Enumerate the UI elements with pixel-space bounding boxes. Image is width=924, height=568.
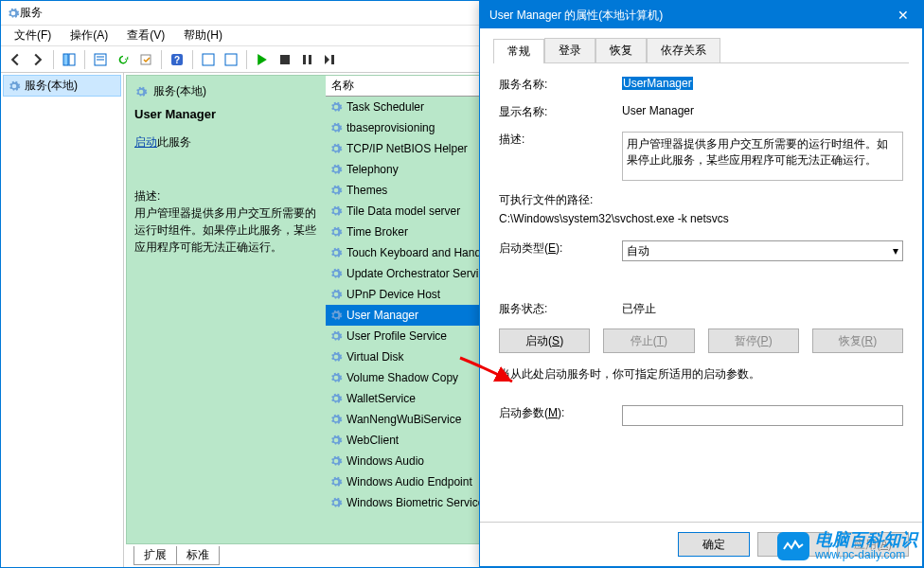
service-detail-panel: 服务(本地) User Manager 启动此服务 描述: 用户管理器提供多用户…	[127, 76, 326, 543]
svg-rect-1	[69, 54, 75, 65]
service-item-label: Windows Audio Endpoint	[346, 475, 472, 488]
help-button[interactable]: ?	[167, 49, 187, 70]
close-button[interactable]: ✕	[884, 2, 922, 28]
dialog-title: User Manager 的属性(本地计算机)	[489, 8, 663, 24]
service-item-label: Tile Data model server	[346, 204, 460, 218]
svg-rect-0	[63, 54, 68, 65]
startup-type-select[interactable]: 自动 ▾	[622, 240, 903, 261]
label-startup-type: 启动类型(E):	[499, 240, 622, 257]
svg-rect-12	[309, 55, 311, 64]
service-item-label: Telephony	[346, 163, 399, 176]
service-item-label: Update Orchestrator Service	[346, 267, 490, 280]
service-item-label: tbaseprovisioning	[346, 121, 435, 134]
label-service-status: 服务状态:	[499, 301, 622, 317]
label-description: 描述:	[499, 132, 622, 148]
services-icon	[7, 7, 20, 20]
window-title: 服务	[20, 5, 43, 21]
toolbar-separator	[84, 50, 85, 69]
stop-button: 停止(T)	[603, 328, 694, 353]
description-label: 描述:	[134, 188, 318, 204]
properties-button[interactable]	[90, 49, 111, 70]
tab-standard[interactable]: 标准	[176, 546, 220, 565]
export-button[interactable]	[135, 49, 156, 70]
service-item-label: TCP/IP NetBIOS Helper	[346, 142, 468, 155]
toolbar-separator	[53, 50, 54, 69]
start-params-hint: 当从此处启动服务时，你可指定所适用的启动参数。	[499, 366, 903, 382]
service-item-label: Volume Shadow Copy	[346, 371, 458, 384]
apply-button: 应用(A)	[837, 532, 909, 557]
tree-node-label: 服务(本地)	[25, 78, 78, 94]
startup-type-value: 自动	[627, 243, 649, 259]
properties-dialog: User Manager 的属性(本地计算机) ✕ 常规 登录 恢复 依存关系 …	[479, 1, 923, 567]
value-service-status: 已停止	[622, 301, 903, 317]
detail-heading: 服务(本地)	[153, 83, 206, 99]
toolbar-separator	[246, 50, 247, 69]
show-hide-tree-button[interactable]	[59, 49, 80, 70]
toolbar-separator	[161, 50, 162, 69]
menu-view[interactable]: 查看(V)	[119, 26, 172, 45]
toolbar-separator	[192, 50, 193, 69]
start-service-link[interactable]: 启动	[134, 135, 157, 149]
label-display-name: 显示名称:	[499, 104, 622, 120]
cancel-button[interactable]: 取消	[757, 532, 829, 557]
start-service-button[interactable]	[252, 49, 273, 70]
start-params-input[interactable]	[622, 405, 903, 426]
service-item-label: Windows Biometric Service	[346, 496, 484, 509]
service-item-label: WebClient	[346, 434, 399, 447]
tab-logon[interactable]: 登录	[544, 38, 595, 62]
back-button[interactable]	[5, 49, 26, 70]
menu-help[interactable]: 帮助(H)	[176, 26, 230, 45]
ok-button[interactable]: 确定	[678, 532, 750, 557]
service-item-label: WalletService	[346, 392, 416, 405]
restart-service-button[interactable]	[320, 49, 341, 70]
chevron-down-icon: ▾	[893, 244, 898, 257]
service-item-label: WanNengWuBiService	[346, 413, 461, 426]
start-button[interactable]: 启动(S)	[499, 328, 590, 353]
start-service-link-suffix: 此服务	[157, 135, 191, 149]
value-exe-path: C:\Windows\system32\svchost.exe -k netsv…	[499, 212, 903, 225]
tree-node-services-local[interactable]: 服务(本地)	[3, 75, 121, 97]
tab-recovery[interactable]: 恢复	[595, 38, 647, 62]
service-item-label: Themes	[346, 184, 387, 197]
menu-action[interactable]: 操作(A)	[62, 26, 116, 45]
dialog-content: 服务名称: UserManager 显示名称: User Manager 描述:…	[493, 62, 909, 522]
dialog-tabs: 常规 登录 恢复 依存关系	[480, 28, 922, 62]
service-item-label: Task Scheduler	[346, 100, 424, 114]
service-item-label: Time Broker	[346, 225, 408, 239]
svg-rect-10	[280, 55, 290, 64]
service-item-label: Windows Audio	[346, 454, 424, 468]
toolbar-extra2-button[interactable]	[221, 49, 241, 70]
resume-button: 恢复(R)	[812, 328, 903, 353]
dialog-titlebar[interactable]: User Manager 的属性(本地计算机) ✕	[480, 2, 922, 28]
value-service-name[interactable]: UserManager	[622, 77, 693, 90]
description-text: 用户管理器提供多用户交互所需要的运行时组件。如果停止此服务，某些应用程序可能无法…	[134, 204, 318, 256]
tab-general[interactable]: 常规	[493, 39, 544, 63]
svg-text:?: ?	[174, 55, 180, 65]
tab-extended[interactable]: 扩展	[133, 546, 177, 565]
label-exe-path: 可执行文件的路径:	[499, 192, 903, 208]
toolbar-extra-button[interactable]	[198, 49, 219, 70]
label-start-params: 启动参数(M):	[499, 405, 622, 421]
value-display-name: User Manager	[622, 104, 903, 117]
dialog-footer: 确定 取消 应用(A)	[480, 522, 922, 566]
tab-dependencies[interactable]: 依存关系	[647, 38, 720, 62]
refresh-button[interactable]	[113, 49, 133, 70]
service-item-label: User Manager	[346, 309, 418, 322]
label-service-name: 服务名称:	[499, 77, 622, 93]
svg-rect-8	[203, 54, 214, 65]
svg-rect-13	[331, 55, 334, 64]
menu-file[interactable]: 文件(F)	[7, 26, 59, 45]
pause-service-button[interactable]	[297, 49, 318, 70]
description-box[interactable]: 用户管理器提供多用户交互所需要的运行时组件。如果停止此服务，某些应用程序可能无法…	[622, 132, 903, 181]
svg-rect-9	[225, 54, 237, 65]
service-item-label: UPnP Device Host	[346, 288, 440, 301]
left-tree-pane: 服务(本地)	[1, 73, 124, 567]
selected-service-name: User Manager	[134, 107, 318, 121]
service-item-label: User Profile Service	[346, 329, 447, 343]
service-item-label: Virtual Disk	[346, 350, 403, 364]
stop-service-button[interactable]	[275, 49, 295, 70]
pause-button: 暂停(P)	[708, 328, 799, 353]
svg-rect-5	[141, 55, 151, 64]
forward-button[interactable]	[27, 49, 48, 70]
svg-rect-11	[303, 55, 306, 64]
